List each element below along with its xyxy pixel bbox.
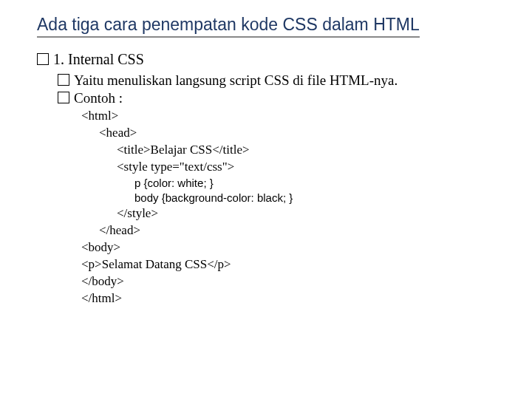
- code-line: </style>: [81, 205, 502, 222]
- sub2-text: Contoh :: [74, 90, 123, 106]
- code-line: <p>Selamat Datang CSS</p>: [81, 256, 502, 273]
- sub-item-2: Contoh :: [58, 90, 502, 106]
- code-line: <head>: [81, 125, 502, 142]
- code-line: <body>: [81, 239, 502, 256]
- code-line: <html>: [81, 108, 502, 125]
- square-bullet-icon: [58, 74, 69, 86]
- code-line: </html>: [81, 290, 502, 307]
- code-line: <title>Belajar CSS</title>: [81, 142, 502, 159]
- list-item-1: 1. Internal CSS: [37, 51, 502, 68]
- square-bullet-icon: [58, 92, 69, 103]
- square-bullet-icon: [37, 53, 49, 65]
- code-line: </head>: [81, 222, 502, 239]
- sub-item-1: Yaitu menuliskan langsung script CSS di …: [58, 72, 502, 89]
- code-line: p {color: white; }: [81, 176, 502, 191]
- slide-title: Ada tiga cara penempatan kode CSS dalam …: [37, 15, 420, 38]
- code-line: </body>: [81, 273, 502, 290]
- code-line: body {background-color: black; }: [81, 191, 502, 205]
- code-example: <html> <head> <title>Belajar CSS</title>…: [81, 108, 502, 307]
- slide-content: Ada tiga cara penempatan kode CSS dalam …: [0, 0, 532, 322]
- sub1-text: Yaitu menuliskan langsung script CSS di …: [74, 72, 398, 88]
- item1-text: 1. Internal CSS: [53, 51, 144, 67]
- code-line: <style type="text/css">: [81, 159, 502, 176]
